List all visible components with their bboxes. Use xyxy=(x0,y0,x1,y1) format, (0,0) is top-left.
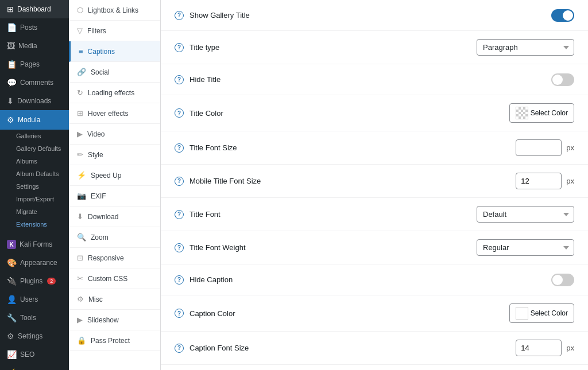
settings-icon: ⚙ xyxy=(7,332,14,341)
input-caption-font-size[interactable] xyxy=(516,340,562,356)
sidebar-item-modula[interactable]: ⚙ Modula › xyxy=(0,110,69,130)
sidebar-sub-gallery-defaults[interactable]: Gallery Defaults xyxy=(0,142,69,155)
label-title-font-weight: Title Font Weight xyxy=(189,243,477,252)
sidebar-item-users[interactable]: 👤 Users xyxy=(0,290,69,309)
sidebar-item-label: Modula xyxy=(18,116,40,124)
label-title-type: Title type xyxy=(189,43,477,52)
middle-item-hover[interactable]: ⊞ Hover effects xyxy=(69,103,160,124)
middle-item-label: Slideshow xyxy=(87,316,119,324)
help-title-color[interactable]: ? xyxy=(175,108,184,118)
tools-icon: 🔧 xyxy=(7,313,17,322)
plugins-badge: 2 xyxy=(47,278,56,285)
help-show-gallery-title[interactable]: ? xyxy=(175,11,184,20)
control-title-color: Select Color xyxy=(509,103,574,123)
select-title-type[interactable]: Paragraph H1H2H3 xyxy=(477,39,574,56)
middle-item-slideshow[interactable]: ▶ Slideshow xyxy=(69,310,160,330)
select-title-font[interactable]: DefaultArialGeorgia xyxy=(477,206,574,223)
control-show-gallery-title xyxy=(551,9,574,22)
toggle-show-gallery-title[interactable] xyxy=(551,9,574,22)
toggle-hide-caption[interactable] xyxy=(551,274,574,286)
control-caption-color: Select Color xyxy=(509,303,574,323)
middle-item-social[interactable]: 🔗 Social xyxy=(69,62,160,83)
toggle-knob xyxy=(563,10,573,21)
middle-item-label: Social xyxy=(91,68,110,76)
pass-protect-icon: 🔒 xyxy=(77,336,86,345)
middle-item-download[interactable]: ⬇ Download xyxy=(69,207,160,227)
dashboard-icon: ⊞ xyxy=(7,5,14,14)
row-caption-color: ? Caption Color Select Color xyxy=(161,295,588,332)
middle-item-lightbox[interactable]: ⬡ Lightbox & Links xyxy=(69,0,160,21)
sidebar-item-seo[interactable]: 📈 SEO xyxy=(0,345,69,364)
select-title-font-weight[interactable]: RegularBoldLightMedium xyxy=(477,239,574,256)
label-title-font: Title Font xyxy=(189,210,477,219)
users-icon: 👤 xyxy=(7,295,17,304)
help-title-font-weight[interactable]: ? xyxy=(175,243,184,252)
middle-item-label: Zoom xyxy=(91,233,109,242)
input-mobile-title-font-size[interactable] xyxy=(516,173,562,189)
sidebar-sub-galleries[interactable]: Galleries xyxy=(0,130,69,142)
help-caption-font-size[interactable]: ? xyxy=(175,344,184,353)
middle-item-label: Style xyxy=(88,151,103,159)
help-hide-title[interactable]: ? xyxy=(175,75,184,84)
middle-item-speedup[interactable]: ⚡ Speed Up xyxy=(69,165,160,186)
sidebar-item-posts[interactable]: 📄 Posts xyxy=(0,18,69,37)
middle-item-label: Video xyxy=(87,130,105,138)
help-title-font[interactable]: ? xyxy=(175,210,184,219)
help-title-type[interactable]: ? xyxy=(175,43,184,52)
help-mobile-title-font-size[interactable]: ? xyxy=(175,177,184,186)
control-title-type: Paragraph H1H2H3 xyxy=(477,39,574,56)
main-content: ? Show Gallery Title ? Title type Paragr… xyxy=(161,0,588,370)
sidebar-sub-settings[interactable]: Settings xyxy=(0,180,69,193)
label-title-font-size: Title Font Size xyxy=(189,143,516,152)
caption-color-swatch xyxy=(516,307,528,320)
sidebar-item-downloads[interactable]: ⬇ Downloads xyxy=(0,92,69,110)
caption-color-button[interactable]: Select Color xyxy=(509,303,574,323)
help-title-font-size[interactable]: ? xyxy=(175,143,184,153)
pages-icon: 📋 xyxy=(7,60,17,69)
middle-item-captions[interactable]: ≡ Captions xyxy=(69,41,160,62)
sidebar-item-tools[interactable]: 🔧 Tools xyxy=(0,309,69,327)
sidebar-sub-extensions[interactable]: Extensions xyxy=(0,218,69,231)
row-mobile-title-font-size: ? Mobile Title Font Size px xyxy=(161,165,588,198)
sidebar-item-kali-forms[interactable]: K Kali Forms xyxy=(0,235,69,254)
sidebar-item-label: Downloads xyxy=(17,97,51,105)
middle-item-custom-css[interactable]: ✂ Custom CSS xyxy=(69,268,160,289)
sidebar-item-pages[interactable]: 📋 Pages xyxy=(0,55,69,73)
sidebar-item-dashboard[interactable]: ⊞ Dashboard xyxy=(0,0,69,18)
input-title-font-size[interactable] xyxy=(516,139,562,156)
middle-item-misc[interactable]: ⚙ Misc xyxy=(69,289,160,310)
middle-item-exif[interactable]: 📷 EXIF xyxy=(69,186,160,207)
middle-item-responsive[interactable]: ⊡ Responsive xyxy=(69,248,160,268)
sidebar-sub-import-export[interactable]: Import/Export xyxy=(0,193,69,205)
middle-item-zoom[interactable]: 🔍 Zoom xyxy=(69,227,160,248)
label-title-color: Title Color xyxy=(189,109,509,118)
middle-item-pass-protect[interactable]: 🔒 Pass Protect xyxy=(69,330,160,351)
sidebar-item-media[interactable]: 🖼 Media xyxy=(0,37,69,55)
toggle-hide-title[interactable] xyxy=(551,73,574,86)
control-mobile-title-font-size: px xyxy=(516,173,574,189)
sidebar-item-settings[interactable]: ⚙ Settings xyxy=(0,327,69,345)
row-captions-font: ? Captions Font DefaultArialGeorgia xyxy=(161,365,588,370)
sidebar-item-label: SEO xyxy=(20,350,34,359)
sidebar-sub-migrate[interactable]: Migrate xyxy=(0,205,69,218)
middle-item-video[interactable]: ▶ Video xyxy=(69,124,160,145)
sidebar-item-litespeed[interactable]: ⚡ LiteSpeed Cache xyxy=(0,364,69,370)
middle-item-label: Speed Up xyxy=(91,172,121,180)
captions-icon: ≡ xyxy=(79,47,83,56)
help-caption-color[interactable]: ? xyxy=(175,309,184,318)
control-hide-caption xyxy=(551,274,574,286)
middle-item-label: Lightbox & Links xyxy=(88,6,138,14)
sidebar-sub-album-defaults[interactable]: Album Defaults xyxy=(0,168,69,180)
sidebar-item-label: Posts xyxy=(20,24,37,32)
label-hide-caption: Hide Caption xyxy=(189,275,551,284)
help-hide-caption[interactable]: ? xyxy=(175,275,184,285)
sidebar-sub-albums[interactable]: Albums xyxy=(0,155,69,168)
middle-item-label: Filters xyxy=(87,27,106,35)
sidebar-item-appearance[interactable]: 🎨 Appearance xyxy=(0,254,69,272)
title-color-button[interactable]: Select Color xyxy=(509,103,574,123)
middle-item-loading[interactable]: ↻ Loading effects xyxy=(69,83,160,103)
sidebar-item-comments[interactable]: 💬 Comments xyxy=(0,73,69,92)
middle-item-style[interactable]: ✏ Style xyxy=(69,145,160,165)
middle-item-filters[interactable]: ▽ Filters xyxy=(69,21,160,41)
sidebar-item-plugins[interactable]: 🔌 Plugins 2 xyxy=(0,272,69,290)
